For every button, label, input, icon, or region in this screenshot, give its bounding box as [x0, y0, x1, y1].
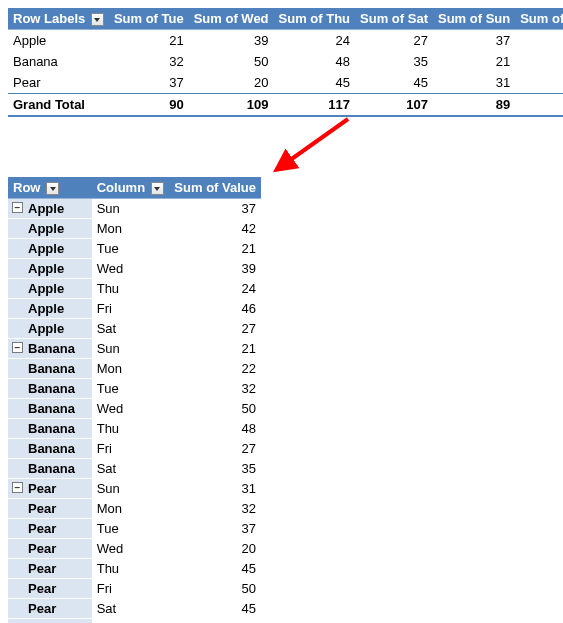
value-cell[interactable]: 45: [355, 72, 433, 94]
row-group-cell[interactable]: Apple: [8, 319, 92, 339]
value-cell[interactable]: 20: [169, 539, 261, 559]
row-label-cell[interactable]: Pear: [8, 72, 109, 94]
grand-total-label[interactable]: Grand Total: [8, 619, 92, 623]
value-cell[interactable]: 37: [169, 519, 261, 539]
filter-dropdown-icon[interactable]: [91, 13, 104, 26]
column-cell[interactable]: Tue: [92, 379, 170, 399]
value-cell[interactable]: 50: [169, 579, 261, 599]
header-sum-thu[interactable]: Sum of Thu: [274, 8, 356, 30]
column-cell[interactable]: Sat: [92, 459, 170, 479]
value-cell[interactable]: 32: [169, 379, 261, 399]
column-cell[interactable]: Fri: [92, 579, 170, 599]
value-cell[interactable]: 46: [169, 299, 261, 319]
row-group-cell[interactable]: Apple: [8, 239, 92, 259]
row-group-cell[interactable]: Banana: [8, 379, 92, 399]
row-group-cell[interactable]: Apple: [8, 299, 92, 319]
filter-dropdown-icon[interactable]: [46, 182, 59, 195]
value-cell[interactable]: 39: [169, 259, 261, 279]
row-group-cell[interactable]: Pear: [8, 519, 92, 539]
table-row: BananaThu48: [8, 419, 261, 439]
value-cell[interactable]: 21: [169, 239, 261, 259]
row-group-cell[interactable]: Pear: [8, 499, 92, 519]
value-cell[interactable]: 31: [169, 479, 261, 499]
value-cell[interactable]: 35: [169, 459, 261, 479]
value-cell[interactable]: 27: [515, 51, 563, 72]
header-row-labels[interactable]: Row Labels: [8, 8, 109, 30]
column-cell[interactable]: Thu: [92, 419, 170, 439]
column-cell[interactable]: Mon: [92, 499, 170, 519]
column-cell[interactable]: Sun: [92, 339, 170, 359]
row-group-cell[interactable]: Pear: [8, 559, 92, 579]
column-cell[interactable]: Thu: [92, 559, 170, 579]
row-label-cell[interactable]: Banana: [8, 51, 109, 72]
collapse-icon[interactable]: −: [12, 342, 23, 353]
collapse-icon[interactable]: −: [12, 202, 23, 213]
value-cell[interactable]: 21: [109, 30, 189, 52]
value-cell[interactable]: 45: [169, 559, 261, 579]
header-sum-sat[interactable]: Sum of Sat: [355, 8, 433, 30]
column-cell[interactable]: Fri: [92, 299, 170, 319]
column-cell[interactable]: Wed: [92, 539, 170, 559]
column-cell[interactable]: Wed: [92, 259, 170, 279]
value-cell[interactable]: 27: [355, 30, 433, 52]
filter-dropdown-icon[interactable]: [151, 182, 164, 195]
header-sum-tue[interactable]: Sum of Tue: [109, 8, 189, 30]
column-cell[interactable]: Mon: [92, 359, 170, 379]
column-cell[interactable]: Tue: [92, 239, 170, 259]
row-group-cell[interactable]: Pear: [8, 579, 92, 599]
row-group-cell[interactable]: Pear: [8, 599, 92, 619]
value-cell[interactable]: 21: [169, 339, 261, 359]
value-cell[interactable]: 45: [274, 72, 356, 94]
header-sum-sun[interactable]: Sum of Sun: [433, 8, 515, 30]
value-cell[interactable]: 24: [169, 279, 261, 299]
value-cell[interactable]: 48: [169, 419, 261, 439]
header-sum-wed[interactable]: Sum of Wed: [189, 8, 274, 30]
value-cell[interactable]: 39: [189, 30, 274, 52]
header-sum-fri[interactable]: Sum of Fri: [515, 8, 563, 30]
value-cell[interactable]: 21: [433, 51, 515, 72]
grand-total-value[interactable]: 731: [169, 619, 261, 623]
value-cell[interactable]: 50: [189, 51, 274, 72]
value-cell[interactable]: 48: [274, 51, 356, 72]
value-cell[interactable]: 27: [169, 439, 261, 459]
column-cell[interactable]: Fri: [92, 439, 170, 459]
column-cell[interactable]: Thu: [92, 279, 170, 299]
row-label-cell[interactable]: Apple: [8, 30, 109, 52]
row-group-cell[interactable]: Banana: [8, 419, 92, 439]
row-group-cell[interactable]: −Banana: [8, 339, 92, 359]
value-cell[interactable]: 46: [515, 30, 563, 52]
row-group-cell[interactable]: Banana: [8, 359, 92, 379]
value-cell[interactable]: 50: [169, 399, 261, 419]
row-group-cell[interactable]: −Pear: [8, 479, 92, 499]
value-cell[interactable]: 20: [189, 72, 274, 94]
column-cell[interactable]: Mon: [92, 219, 170, 239]
value-cell[interactable]: 27: [169, 319, 261, 339]
row-group-cell[interactable]: Banana: [8, 399, 92, 419]
row-group-cell[interactable]: Apple: [8, 219, 92, 239]
value-cell[interactable]: 32: [109, 51, 189, 72]
column-cell[interactable]: Sat: [92, 319, 170, 339]
column-cell[interactable]: Sun: [92, 479, 170, 499]
column-cell[interactable]: Sun: [92, 199, 170, 219]
value-cell[interactable]: 45: [169, 599, 261, 619]
row-group-cell[interactable]: −Apple: [8, 199, 92, 219]
value-cell[interactable]: 37: [433, 30, 515, 52]
value-cell[interactable]: 50: [515, 72, 563, 94]
value-cell[interactable]: 22: [169, 359, 261, 379]
column-cell[interactable]: Tue: [92, 519, 170, 539]
row-group-cell[interactable]: Pear: [8, 539, 92, 559]
value-cell[interactable]: 31: [433, 72, 515, 94]
value-cell[interactable]: 37: [169, 199, 261, 219]
value-cell[interactable]: 35: [355, 51, 433, 72]
column-cell[interactable]: Sat: [92, 599, 170, 619]
row-group-cell[interactable]: Apple: [8, 259, 92, 279]
row-group-cell[interactable]: Apple: [8, 279, 92, 299]
row-group-cell[interactable]: Banana: [8, 439, 92, 459]
value-cell[interactable]: 24: [274, 30, 356, 52]
row-group-cell[interactable]: Banana: [8, 459, 92, 479]
column-cell[interactable]: Wed: [92, 399, 170, 419]
collapse-icon[interactable]: −: [12, 482, 23, 493]
value-cell[interactable]: 42: [169, 219, 261, 239]
value-cell[interactable]: 32: [169, 499, 261, 519]
value-cell[interactable]: 37: [109, 72, 189, 94]
